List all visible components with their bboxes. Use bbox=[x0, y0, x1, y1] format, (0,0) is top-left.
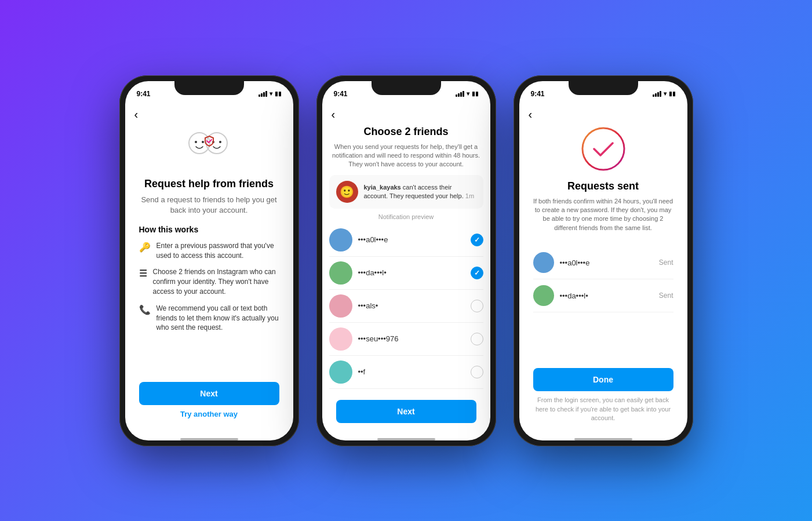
home-indicator-1 bbox=[180, 438, 238, 440]
svg-point-1 bbox=[195, 141, 197, 143]
step-3-text: We recommend you call or text both frien… bbox=[156, 304, 279, 333]
screen1-subtitle: Send a request to friends to help you ge… bbox=[139, 195, 279, 216]
next-button-2[interactable]: Next bbox=[336, 400, 476, 423]
nav-bar-2: ‹ bbox=[322, 103, 490, 126]
svg-point-5 bbox=[219, 141, 221, 143]
back-button-1[interactable]: ‹ bbox=[134, 108, 139, 121]
friend-check-2[interactable] bbox=[471, 267, 483, 279]
step-2: ☰ Choose 2 friends on Instagram who can … bbox=[139, 267, 279, 296]
notch-1 bbox=[174, 81, 244, 95]
battery-icon: ▮▮ bbox=[275, 90, 282, 97]
status-time-2: 9:41 bbox=[334, 90, 348, 98]
friend-avatar-3 bbox=[329, 294, 352, 318]
screen2-subtitle: When you send your requests for help, th… bbox=[332, 143, 481, 169]
screen1-title: Request help from friends bbox=[139, 178, 279, 190]
friend-avatar-4 bbox=[329, 327, 352, 351]
battery-icon-3: ▮▮ bbox=[669, 90, 676, 97]
home-indicator-3 bbox=[574, 438, 632, 440]
svg-point-6 bbox=[582, 128, 624, 170]
friend-item-5[interactable]: ••f bbox=[329, 356, 483, 389]
friend-name-1: •••a0l•••e bbox=[358, 235, 465, 244]
phone-3: 9:41 ▾ ▮▮ ‹ bbox=[514, 75, 693, 446]
friend-check-5[interactable] bbox=[471, 366, 483, 378]
hero-icon-1 bbox=[139, 126, 279, 169]
friend-item-4[interactable]: •••seu•••976 bbox=[329, 323, 483, 356]
status-time-3: 9:41 bbox=[531, 90, 545, 98]
back-button-3[interactable]: ‹ bbox=[529, 108, 533, 121]
notification-box: 🙂 kyia_kayaks can't access their account… bbox=[329, 175, 483, 209]
wifi-icon-2: ▾ bbox=[467, 90, 469, 97]
status-time-1: 9:41 bbox=[137, 90, 151, 98]
step-1: 🔑 Enter a previous password that you've … bbox=[139, 241, 279, 261]
friend-name-3: •••als• bbox=[358, 301, 465, 310]
notification-preview-label: Notification preview bbox=[322, 213, 490, 220]
screen3-title: Requests sent bbox=[533, 180, 673, 192]
friend-avatar-2 bbox=[329, 261, 352, 285]
how-it-works-label: How this works bbox=[139, 225, 279, 234]
back-button-2[interactable]: ‹ bbox=[332, 108, 336, 121]
done-button[interactable]: Done bbox=[533, 368, 673, 391]
screen3-subtitle: If both friends confirm within 24 hours,… bbox=[533, 197, 673, 233]
friend-name-5: ••f bbox=[358, 367, 465, 376]
phone-1: 9:41 ▾ ▮▮ ‹ bbox=[119, 75, 299, 446]
friend-check-3[interactable] bbox=[471, 300, 483, 312]
done-note: From the login screen, you can easily ge… bbox=[533, 396, 673, 422]
sent-list: •••a0l•••e Sent •••da•••l• Sent bbox=[533, 246, 673, 312]
sent-item-1: •••a0l•••e Sent bbox=[533, 246, 673, 279]
screen2-title: Choose 2 friends bbox=[332, 126, 481, 138]
battery-icon-2: ▮▮ bbox=[472, 90, 479, 97]
signal-icon-2 bbox=[456, 91, 464, 97]
step-3: 📞 We recommend you call or text both fri… bbox=[139, 304, 279, 333]
status-icons-1: ▾ ▮▮ bbox=[258, 90, 282, 97]
notif-time: 1m bbox=[465, 192, 474, 199]
nav-bar-1: ‹ bbox=[125, 103, 293, 126]
sent-item-2: •••da•••l• Sent bbox=[533, 279, 673, 312]
notification-text: kyia_kayaks can't access their account. … bbox=[364, 183, 476, 200]
try-another-way-link[interactable]: Try another way bbox=[139, 405, 279, 423]
wifi-icon-3: ▾ bbox=[664, 90, 667, 97]
next-button-1[interactable]: Next bbox=[139, 382, 279, 405]
friend-name-2: •••da•••l• bbox=[358, 268, 465, 277]
friend-item-3[interactable]: •••als• bbox=[329, 290, 483, 323]
key-icon: 🔑 bbox=[139, 242, 151, 253]
notif-username: kyia_kayaks bbox=[364, 184, 401, 191]
svg-point-2 bbox=[202, 141, 204, 143]
phone-2: 9:41 ▾ ▮▮ ‹ Choose 2 friends When you se… bbox=[316, 75, 496, 446]
sent-status-2: Sent bbox=[659, 292, 673, 300]
signal-icon-3 bbox=[653, 91, 661, 97]
signal-icon bbox=[258, 91, 267, 97]
step-1-text: Enter a previous password that you've us… bbox=[156, 241, 279, 261]
status-icons-3: ▾ ▮▮ bbox=[653, 90, 676, 97]
list-icon: ☰ bbox=[139, 268, 147, 279]
sent-avatar-1 bbox=[533, 252, 554, 273]
success-circle bbox=[580, 126, 627, 172]
nav-bar-3: ‹ bbox=[519, 103, 687, 126]
friend-avatar-5 bbox=[329, 360, 352, 384]
step-2-text: Choose 2 friends on Instagram who can co… bbox=[153, 267, 279, 296]
friend-check-1[interactable] bbox=[471, 234, 483, 246]
friend-check-4[interactable] bbox=[471, 333, 483, 345]
friend-name-4: •••seu•••976 bbox=[358, 334, 465, 343]
friend-avatar-1 bbox=[329, 228, 352, 252]
sent-avatar-2 bbox=[533, 285, 554, 306]
sent-name-2: •••da•••l• bbox=[560, 292, 653, 300]
friends-list: •••a0l•••e •••da•••l• •••als• bbox=[322, 224, 490, 393]
status-icons-2: ▾ ▮▮ bbox=[456, 90, 479, 97]
sent-name-1: •••a0l•••e bbox=[560, 258, 653, 267]
notch-3 bbox=[569, 81, 638, 95]
friend-item-1[interactable]: •••a0l•••e bbox=[329, 224, 483, 257]
friend-item-2[interactable]: •••da•••l• bbox=[329, 257, 483, 290]
home-indicator-2 bbox=[377, 438, 435, 440]
phone-icon: 📞 bbox=[139, 304, 151, 315]
wifi-icon: ▾ bbox=[270, 90, 272, 97]
notif-avatar: 🙂 bbox=[336, 181, 358, 203]
notch-2 bbox=[372, 81, 441, 95]
sent-status-1: Sent bbox=[659, 258, 673, 267]
